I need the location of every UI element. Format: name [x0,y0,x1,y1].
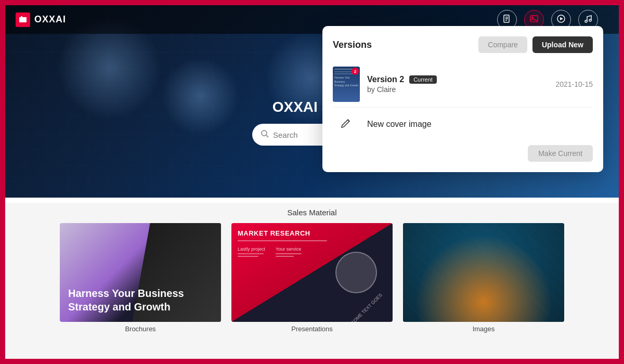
arch-pattern [403,223,564,322]
svg-point-8 [589,19,591,21]
make-current-container: Make Current [333,145,593,162]
logo-box [16,12,30,27]
upload-new-button[interactable]: Upload New [532,36,593,53]
svg-line-10 [266,135,268,137]
version-thumb-badge: 2 [352,68,359,75]
svg-marker-6 [560,17,563,20]
svg-rect-0 [19,17,27,22]
svg-rect-1 [21,16,22,18]
presentations-thumbnail: MARKET RESEARCH Lastly project Your serv… [231,223,393,322]
images-thumbnail [403,223,564,322]
logo-area: OXXAI [16,12,66,27]
versions-title: Versions [333,40,372,50]
version-thumbnail: Harness Your BusinessStrategy and Growth… [333,67,360,102]
document-nav-icon [502,14,512,25]
play-nav-icon [556,14,566,25]
pres-sub-left: Lastly project [238,246,265,258]
pres-sub-line-3 [276,253,302,254]
brochure-text: Harness Your Business Strategy and Growt… [68,287,213,314]
pres-sub2: Your service [276,246,302,252]
pencil-icon [341,117,352,132]
cover-text: New cover image [367,120,432,129]
pres-sub-line-2 [238,256,258,257]
pres-sub-line-1 [238,253,264,254]
presentations-card-item[interactable]: MARKET RESEARCH Lastly project Your serv… [231,223,393,333]
version-row: Harness Your BusinessStrategy and Growth… [333,61,593,108]
pres-title-label: MARKET RESEARCH [238,229,386,237]
svg-point-9 [262,131,267,136]
compare-button[interactable]: Compare [478,36,527,53]
versions-actions: Compare Upload New [478,36,593,53]
sales-section: Sales Material Harness Your Business Str… [5,203,619,359]
versions-header: Versions Compare Upload New [333,36,593,53]
brochures-thumbnail: Harness Your Business Strategy and Growt… [60,223,221,322]
pres-diagonal-text: SOME TEXT GOES [350,292,383,322]
images-label: Images [473,325,495,333]
brochures-card-item[interactable]: Harness Your Business Strategy and Growt… [60,223,221,333]
sales-section-title: Sales Material [21,208,603,217]
outer-frame: OXXAI [0,0,624,364]
images-card-item[interactable]: Images [403,223,564,333]
pres-line-1 [238,240,327,241]
version-name: Version 2 [367,75,404,84]
main-container: OXXAI [5,5,619,359]
image-nav-icon [529,14,539,25]
pres-sub-line-4 [276,256,294,257]
brand-name: OXXAI [34,14,66,25]
cards-row: Harness Your Business Strategy and Growt… [21,223,603,333]
versions-panel: Versions Compare Upload New Harness Your… [322,26,603,172]
cover-row: New cover image [333,108,593,141]
cover-icon-area [333,114,360,135]
version-date: 2021-10-15 [555,80,593,88]
version-info: Version 2 Current by Claire [367,75,548,94]
pres-sub-right: Your service [276,246,302,258]
logo-icon [18,15,28,24]
presentation-bg: MARKET RESEARCH Lastly project Your serv… [231,223,393,322]
version-by: by Claire [367,85,548,94]
version-current-badge: Current [409,75,437,84]
make-current-button[interactable]: Make Current [528,145,593,162]
svg-point-7 [585,20,587,22]
pres-sub1: Lastly project [238,246,265,252]
search-icon [261,129,269,140]
version-name-row: Version 2 Current [367,75,548,84]
images-bg [403,223,564,322]
brochures-label: Brochures [125,325,155,333]
brochure-bg: Harness Your Business Strategy and Growt… [60,223,221,322]
music-nav-icon [583,14,593,25]
pres-circle [335,252,377,293]
presentations-label: Presentations [291,325,333,333]
